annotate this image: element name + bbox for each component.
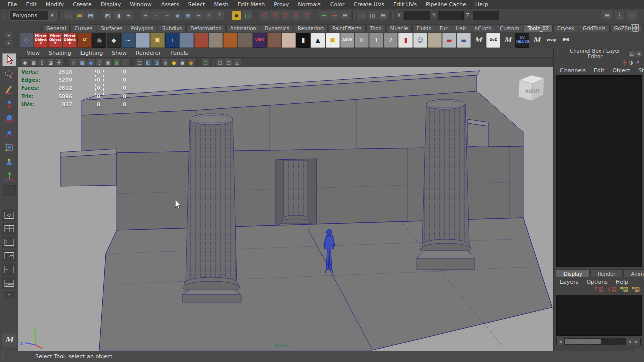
move-layer-down-icon[interactable]: ↓▤ [607, 286, 617, 292]
shelf-tab-curves[interactable]: Curves [70, 24, 96, 32]
isolate-none-icon[interactable]: □ [136, 59, 143, 66]
menu-mesh[interactable]: Mesh [209, 1, 233, 8]
scroll-right-icon[interactable]: ▶ [633, 338, 640, 345]
chevron-down-icon[interactable]: ▼ [48, 11, 56, 20]
shelf-tab-fur[interactable]: Fur [436, 24, 452, 32]
anatomy-man-icon[interactable]: + [165, 33, 179, 48]
channel-box-list[interactable] [556, 75, 642, 267]
shelf-tab-menu-icon[interactable]: ▾ [5, 32, 12, 38]
layer-editor-menu-layers[interactable]: Layers [556, 279, 582, 285]
highlight-selection-icon[interactable]: □ [243, 11, 252, 20]
panel-menu-shading[interactable]: Shading [44, 50, 76, 56]
panel-drag-handle[interactable] [557, 50, 560, 57]
layer-tab-render[interactable]: Render [590, 269, 623, 277]
channel-box-menu-channels[interactable]: Channels [556, 67, 590, 74]
menu-modify[interactable]: Modify [41, 1, 68, 8]
panel-title-bar[interactable]: Channel Box / Layer Editor ◳× [554, 48, 644, 58]
move-layer-up-icon[interactable]: ↑▤ [593, 286, 603, 292]
mirror-object-z-icon[interactable]: Mirror Object Z [34, 33, 48, 48]
construction-history-icon[interactable]: ▤ [340, 11, 350, 20]
scroll-left2-icon[interactable]: ◀ [626, 338, 633, 345]
blue-s-curve-icon[interactable]: ~ [121, 33, 135, 48]
shelf-tab-gridtools[interactable]: GridTools [579, 24, 610, 32]
select-joints-icon[interactable]: ∺ [194, 11, 203, 20]
select-handles-icon[interactable]: + [141, 11, 150, 20]
right-ledge-block-mesh[interactable] [468, 119, 488, 147]
mirror-object-y-icon[interactable]: Mirror Object Y [48, 33, 62, 48]
viewport-3d-scene[interactable]: RIGHT z persp Verts:261800Edges:520000Fa… [18, 67, 553, 351]
panel-menu-lighting[interactable]: Lighting [76, 50, 107, 56]
select-points-icon[interactable]: ∘ [151, 11, 161, 20]
scroll-left-icon[interactable]: ◀ [557, 338, 564, 345]
view-cube-face-label[interactable]: RIGHT [525, 88, 540, 94]
shelf-tab-fluids[interactable]: Fluids [412, 24, 435, 32]
float-panel-icon[interactable]: ◳ [629, 51, 635, 57]
shelf-tab-rendering[interactable]: Rendering [294, 24, 328, 32]
perspective-view[interactable]: RIGHT z persp [18, 67, 553, 351]
menu-set-selector[interactable]: Polygons ▼ [9, 11, 57, 21]
bounding-box-mode-icon[interactable]: ▣ [104, 59, 112, 66]
mel-script-2-icon[interactable]: M [501, 33, 515, 48]
last-tool-slot[interactable] [3, 185, 16, 196]
input-connections-icon[interactable]: → [319, 11, 329, 20]
select-objects-icon[interactable]: ◨ [113, 11, 123, 20]
shaded-mode-icon[interactable]: ▦ [78, 59, 86, 66]
shaded-textured-mode-icon[interactable]: ● [87, 59, 95, 66]
object-selection-highlight-icon[interactable]: □ [202, 59, 209, 66]
bookmarks-icon[interactable]: ▯ [38, 59, 46, 66]
save-scene-icon[interactable]: ▤ [86, 11, 95, 20]
channel-box-menu-edit[interactable]: Edit [590, 67, 608, 74]
folder-pointer-icon[interactable]: ▣ [150, 33, 165, 48]
shelf-tab-deformation[interactable]: Deformation [186, 24, 225, 32]
menu-help[interactable]: Help [471, 1, 493, 8]
tool-settings-toggle-icon[interactable]: ⋮ [615, 11, 624, 20]
output-connections-icon[interactable]: ← [330, 11, 339, 20]
shelf-tab-surfaces[interactable]: Surfaces [97, 24, 126, 32]
isolate-selected-icon[interactable]: ◧ [144, 59, 152, 66]
persp-graph-layout[interactable] [2, 250, 16, 262]
select-curves-icon[interactable]: ~ [162, 11, 172, 20]
mirror-object-x-icon[interactable]: Mirror Object X [63, 33, 77, 48]
move-tool[interactable] [2, 97, 16, 110]
xray-mode-icon[interactable]: ◍ [162, 59, 169, 66]
blue-smart-car-icon[interactable]: ▬ [457, 33, 471, 48]
single-pane-layout[interactable] [2, 209, 16, 221]
hyperbolic-slider-icon-icon[interactable]: ↗ [636, 60, 640, 65]
layer-list[interactable] [556, 295, 642, 336]
cube-star-thumb-icon[interactable]: ◆ [107, 33, 121, 48]
scrollbar-thumb[interactable]: ∷∷ [565, 339, 601, 344]
transform-input-y-[interactable] [438, 11, 464, 20]
uv-deluxe-icon[interactable]: UV DELUXE [515, 33, 529, 48]
camera-thumb-icon[interactable]: ◉ [92, 33, 106, 48]
photo-dark-figure-icon[interactable]: ▮ [296, 33, 310, 48]
create-empty-layer-icon[interactable]: *▤ [620, 286, 628, 292]
mel-script-1-icon[interactable]: M [471, 33, 486, 48]
camera-attributes-icon[interactable]: ▦ [30, 59, 37, 66]
red-smart-car-icon[interactable]: ▬ [442, 33, 456, 48]
menu-edit-uvs[interactable]: Edit UVs [389, 1, 421, 8]
robot-toy-icon[interactable]: ☺ [413, 33, 427, 48]
use-no-lights-icon[interactable]: ● [187, 59, 195, 66]
shelf-tab-hair[interactable]: Hair [452, 24, 470, 32]
render-settings-icon[interactable]: ▤ [378, 11, 388, 20]
flat-shade-mode-icon[interactable]: ○ [96, 59, 103, 66]
snap-to-points-icon[interactable]: Ω [281, 11, 290, 20]
sunset-photo-icon[interactable] [223, 33, 237, 48]
shelf-tab-general[interactable]: General [42, 24, 70, 32]
select-camera-icon[interactable]: ◉ [21, 59, 29, 66]
select-surfaces-icon[interactable]: ◆ [173, 11, 182, 20]
rotate-tool[interactable] [2, 112, 16, 125]
channel-box-toggle-icon[interactable]: ◳ [627, 11, 637, 20]
default-material-mode-icon[interactable]: T [121, 59, 129, 66]
plugin-shelf-c-icon[interactable]: ◬ [233, 59, 241, 66]
shelf-tab-painteffects[interactable]: PaintEffects [328, 24, 366, 32]
create-layer-from-selected-icon[interactable]: *▤ [632, 286, 640, 292]
portrait-red-shirt-icon[interactable] [194, 33, 208, 48]
mel-script-3-icon[interactable]: M [530, 33, 544, 48]
goz-export-icon[interactable]: GoZ [486, 33, 500, 48]
panel-menu-panels[interactable]: Panels [166, 50, 192, 56]
mel-script-icon[interactable]: M [2, 333, 17, 347]
persp-outliner-layout[interactable] [2, 236, 16, 248]
transform-input-x-[interactable] [404, 11, 430, 20]
select-tool[interactable] [2, 53, 16, 66]
